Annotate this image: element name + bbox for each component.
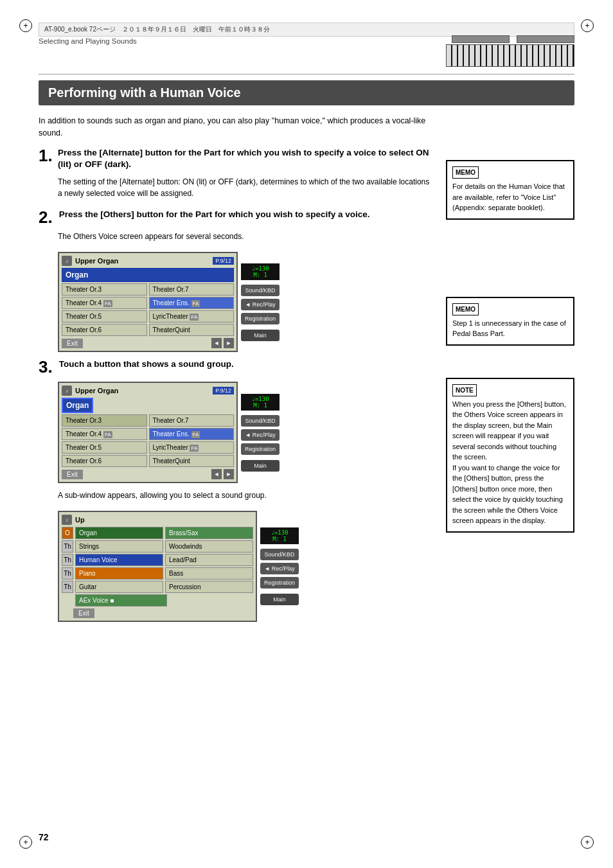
screen-2-lyrictheater-btn[interactable]: LyricTheater FA xyxy=(149,441,235,454)
percussion-btn[interactable]: Percussion xyxy=(165,581,253,593)
subscreen-side-buttons: ♩=130M: 1 Sound/KBD ◄ Rec/Play Registrat… xyxy=(260,511,299,622)
sound-kbd-btn-2[interactable]: Sound/KBD xyxy=(241,415,280,427)
side-column: MEMO For details on the Human Voice that… xyxy=(446,115,574,628)
sound-kbd-btn-3[interactable]: Sound/KBD xyxy=(260,549,299,560)
subscreen-bottom: Exit xyxy=(62,608,253,618)
subscreen-row-4: Th Piano Bass xyxy=(62,567,253,580)
screen-1-title: Upper Organ xyxy=(75,257,118,265)
rec-play-btn-3[interactable]: ◄ Rec/Play xyxy=(260,563,299,574)
step-1-number: 1. xyxy=(39,147,51,164)
screen-2-theaterens-btn[interactable]: Theater Ens. FA xyxy=(149,428,235,440)
step-2-title: Press the [Others] button for the Part f… xyxy=(59,209,370,221)
screen-1-bottom: Exit ◄ ► xyxy=(62,338,234,348)
lead-pad-btn[interactable]: Lead/Pad xyxy=(165,554,253,566)
tempo-display: ♩=130M: 1 xyxy=(241,263,280,280)
note-text: When you press the [Others] button, the … xyxy=(452,399,568,526)
screen-1-exit-btn[interactable]: Exit xyxy=(62,339,83,348)
subscreen-spacer xyxy=(62,608,73,618)
tempo-display-3: ♩=130M: 1 xyxy=(260,527,299,544)
aex-voice-btn[interactable]: AEx Voice ■ xyxy=(75,594,167,607)
screen-2-icon: ♪ xyxy=(62,385,72,396)
screen-2-container: ♪ Upper Organ P.9/12 Organ Theater Or.3 … xyxy=(58,382,433,483)
screen-2-organ-btn[interactable]: Organ xyxy=(62,398,93,413)
screen-1-organ-btn[interactable]: Organ xyxy=(62,268,234,282)
screen-2-theaterquint-btn[interactable]: TheaterQuint xyxy=(149,455,235,467)
main-btn-2[interactable]: Main xyxy=(241,460,280,472)
main-btn-1[interactable]: Main xyxy=(241,330,280,341)
strings-group-btn[interactable]: Strings xyxy=(75,540,163,553)
screen-1-next-btn[interactable]: ► xyxy=(224,338,234,348)
note-icon: NOTE xyxy=(452,384,477,396)
rec-play-btn-2[interactable]: ◄ Rec/Play xyxy=(241,429,280,441)
piano-group-btn[interactable]: Piano xyxy=(75,567,163,580)
screen-1-container: ♪ Upper Organ P.9/12 Organ Theater xyxy=(58,252,433,352)
step-3-number: 3. xyxy=(39,359,53,375)
screen-1-prev-btn[interactable]: ◄ xyxy=(211,338,222,348)
subscreen-icon: ♪ xyxy=(62,515,72,525)
theater-or4-btn[interactable]: Theater Or.4 FA xyxy=(62,297,147,309)
memo-2-text: Step 1 is unnecessary in the case of Ped… xyxy=(452,318,568,339)
intro-text: In addition to sounds such as organ and … xyxy=(39,115,433,139)
screen-2-theateror7-btn[interactable]: Theater Or.7 xyxy=(149,414,235,427)
screen-2-theateror5-btn[interactable]: Theater Or.5 xyxy=(62,441,147,454)
guitar-group-btn[interactable]: Guitar xyxy=(75,581,163,593)
rec-play-btn-1[interactable]: ◄ Rec/Play xyxy=(241,299,280,310)
step-2-heading: 2. Press the [Others] button for the Par… xyxy=(39,209,433,226)
reg-mark-br xyxy=(581,836,594,849)
main-btn-3[interactable]: Main xyxy=(260,594,299,605)
human-voice-btn[interactable]: Human Voice xyxy=(75,554,163,566)
brass-sax-btn[interactable]: Brass/Sax xyxy=(165,527,253,539)
screen-2-title: Upper Organ xyxy=(75,387,118,394)
subscreen-box: ♪ Up O Organ Brass/Sax Th Strings Woo xyxy=(58,511,257,622)
screen-2-theateror3-btn[interactable]: Theater Or.3 xyxy=(62,414,147,427)
theater-or6-btn[interactable]: Theater Or.6 xyxy=(62,324,147,336)
registration-btn-2[interactable]: Registration xyxy=(241,443,280,455)
screen-2-theateror4-btn[interactable]: Theater Or.4 FA xyxy=(62,428,147,440)
subscreen-th3-indicator: Th xyxy=(62,567,73,580)
screen-1-side-buttons: ♩=130M: 1 Sound/KBD ◄ Rec/Play Registrat… xyxy=(241,252,280,352)
screen-1-box: ♪ Upper Organ P.9/12 Organ Theater xyxy=(58,252,238,352)
subscreen-row-5: Th Guitar Percussion xyxy=(62,581,253,593)
subscreen-th4-indicator: Th xyxy=(62,581,73,593)
screen-1-row-1: Theater Or.3 Theater Or.7 xyxy=(62,283,234,296)
subscreen-container: ♪ Up O Organ Brass/Sax Th Strings Woo xyxy=(58,511,433,622)
screen-2-row-2: Theater Or.4 FA Theater Ens. FA xyxy=(62,428,234,440)
reg-mark-bl xyxy=(19,836,32,849)
screen-2-exit-btn[interactable]: Exit xyxy=(62,470,83,479)
theaterquint-btn[interactable]: TheaterQuint xyxy=(149,324,235,336)
memo-1-title: MEMO xyxy=(452,166,568,179)
bass-btn[interactable]: Bass xyxy=(165,567,253,580)
note-box: NOTE When you press the [Others] button,… xyxy=(446,378,574,533)
woodwinds-btn[interactable]: Woodwinds xyxy=(165,540,253,553)
screen-2-theateror6-btn[interactable]: Theater Or.6 xyxy=(62,455,147,467)
screen-2-bottom: Exit ◄ ► xyxy=(62,469,234,479)
theater-or3-btn[interactable]: Theater Or.3 xyxy=(62,283,147,296)
subscreen-row-2: Th Strings Woodwinds xyxy=(62,540,253,553)
theater-or5-btn[interactable]: Theater Or.5 xyxy=(62,310,147,323)
organ-group-btn[interactable]: Organ xyxy=(75,527,163,539)
theater-or7-btn[interactable]: Theater Or.7 xyxy=(149,283,235,296)
kb-segment-left xyxy=(452,35,510,43)
screen-2: ♪ Upper Organ P.9/12 Organ Theater Or.3 … xyxy=(58,382,238,483)
subscreen: ♪ Up O Organ Brass/Sax Th Strings Woo xyxy=(58,511,257,622)
sound-kbd-btn-1[interactable]: Sound/KBD xyxy=(241,285,280,296)
screen-2-page: P.9/12 xyxy=(213,387,234,394)
main-column: In addition to sounds such as organ and … xyxy=(39,115,433,628)
memo-2-icon: MEMO xyxy=(452,303,479,315)
screen-1-page: P.9/12 xyxy=(213,257,234,265)
memo-1-box: MEMO For details on the Human Voice that… xyxy=(446,160,574,220)
screen-2-prev-btn[interactable]: ◄ xyxy=(211,469,222,479)
screen-1-titlebar: ♪ Upper Organ P.9/12 xyxy=(62,256,234,266)
note-title: NOTE xyxy=(452,384,568,396)
theater-ens-btn[interactable]: Theater Ens. FA xyxy=(149,297,235,309)
screen-2-nav-btns: ◄ ► xyxy=(211,469,234,479)
screen-2-next-btn[interactable]: ► xyxy=(224,469,234,479)
reg-mark-tl xyxy=(19,19,32,32)
subscreen-exit-btn[interactable]: Exit xyxy=(73,608,94,618)
screen-2-box: ♪ Upper Organ P.9/12 Organ Theater Or.3 … xyxy=(58,382,238,483)
registration-btn-3[interactable]: Registration xyxy=(260,577,299,589)
lyrictheater-btn[interactable]: LyricTheater FA xyxy=(149,310,235,323)
registration-btn-1[interactable]: Registration xyxy=(241,313,280,324)
section-divider xyxy=(39,74,574,75)
memo-1-icon: MEMO xyxy=(452,166,479,179)
